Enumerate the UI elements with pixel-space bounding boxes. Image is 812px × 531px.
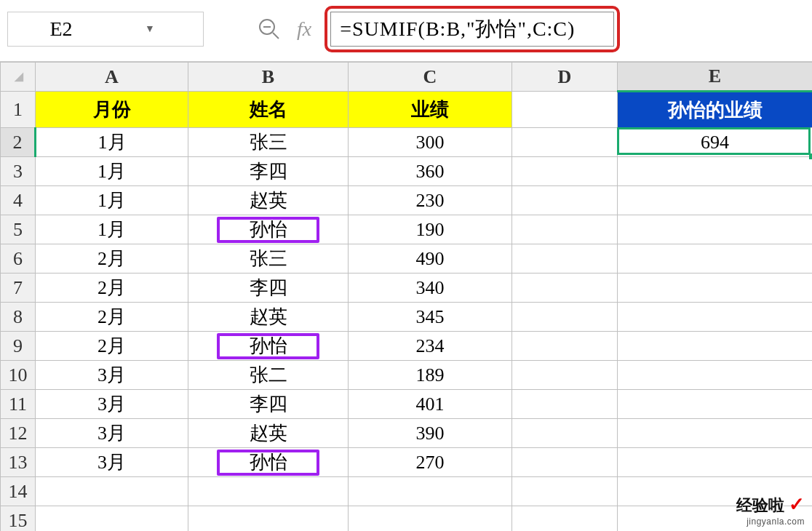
row-header-10[interactable]: 10	[1, 361, 36, 390]
cell-A8[interactable]: 2月	[36, 303, 188, 332]
cell-C7[interactable]: 340	[349, 274, 512, 303]
cell-C3[interactable]: 360	[349, 157, 512, 186]
cell-C2[interactable]: 300	[349, 128, 512, 157]
cell-B5[interactable]: 孙怡	[188, 215, 349, 244]
cell-A14[interactable]	[36, 477, 188, 506]
cell-D9[interactable]	[512, 332, 618, 361]
cell-A2[interactable]: 1月	[36, 128, 188, 157]
cell-A5[interactable]: 1月	[36, 215, 188, 244]
row-header-8[interactable]: 8	[1, 303, 36, 332]
cell-A15[interactable]	[36, 506, 188, 532]
cell-C10[interactable]: 189	[349, 361, 512, 390]
cell-C11[interactable]: 401	[349, 390, 512, 419]
row-header-12[interactable]: 12	[1, 419, 36, 448]
cell-D7[interactable]	[512, 274, 618, 303]
header-sunyi-score[interactable]: 孙怡的业绩	[618, 92, 813, 128]
row-header-11[interactable]: 11	[1, 390, 36, 419]
cell-B2[interactable]: 张三	[188, 128, 349, 157]
cell-D12[interactable]	[512, 419, 618, 448]
header-score[interactable]: 业绩	[349, 92, 512, 128]
header-name[interactable]: 姓名	[188, 92, 349, 128]
cell-C12[interactable]: 390	[349, 419, 512, 448]
cell-C14[interactable]	[349, 477, 512, 506]
cell-D5[interactable]	[512, 215, 618, 244]
column-header-E[interactable]: E	[618, 63, 813, 92]
cell-D6[interactable]	[512, 244, 618, 274]
formula-input[interactable]: =SUMIF(B:B,"孙怡",C:C)	[330, 12, 614, 47]
cell-E5[interactable]	[618, 215, 813, 244]
cell-B14[interactable]	[188, 477, 349, 506]
cell-B11[interactable]: 李四	[188, 390, 349, 419]
fill-handle[interactable]	[809, 153, 813, 159]
fx-label[interactable]: fx	[297, 17, 311, 41]
cell-D4[interactable]	[512, 186, 618, 215]
cell-B13[interactable]: 孙怡	[188, 448, 349, 477]
column-header-D[interactable]: D	[512, 63, 618, 92]
cell-E8[interactable]	[618, 303, 813, 332]
cell-C13[interactable]: 270	[349, 448, 512, 477]
row-header-15[interactable]: 15	[1, 506, 36, 532]
cell-D15[interactable]	[512, 506, 618, 532]
cell-B10[interactable]: 张二	[188, 361, 349, 390]
cell-A3[interactable]: 1月	[36, 157, 188, 186]
row-header-7[interactable]: 7	[1, 274, 36, 303]
cell-A12[interactable]: 3月	[36, 419, 188, 448]
header-month[interactable]: 月份	[36, 92, 188, 128]
row-header-1[interactable]: 1	[1, 92, 36, 128]
cell-E10[interactable]	[618, 361, 813, 390]
cell-E4[interactable]	[618, 186, 813, 215]
cell-C5[interactable]: 190	[349, 215, 512, 244]
cell-A9[interactable]: 2月	[36, 332, 188, 361]
cell-B3[interactable]: 李四	[188, 157, 349, 186]
cell-E12[interactable]	[618, 419, 813, 448]
row-header-3[interactable]: 3	[1, 157, 36, 186]
cell-A7[interactable]: 2月	[36, 274, 188, 303]
cell-A6[interactable]: 2月	[36, 244, 188, 274]
cell-D1[interactable]	[512, 92, 618, 128]
cell-B15[interactable]	[188, 506, 349, 532]
dropdown-arrow-icon[interactable]: ▼	[106, 23, 194, 35]
cell-E9[interactable]	[618, 332, 813, 361]
row-header-13[interactable]: 13	[1, 448, 36, 477]
cell-B8[interactable]: 赵英	[188, 303, 349, 332]
row-header-2[interactable]: 2	[1, 128, 36, 157]
cell-D13[interactable]	[512, 448, 618, 477]
name-box[interactable]: E2 ▼	[7, 12, 204, 47]
cell-E11[interactable]	[618, 390, 813, 419]
cell-A11[interactable]: 3月	[36, 390, 188, 419]
cell-C9[interactable]: 234	[349, 332, 512, 361]
cell-A13[interactable]: 3月	[36, 448, 188, 477]
cell-C6[interactable]: 490	[349, 244, 512, 274]
cell-B4[interactable]: 赵英	[188, 186, 349, 215]
cell-B9[interactable]: 孙怡	[188, 332, 349, 361]
cell-E6[interactable]	[618, 244, 813, 274]
cell-D2[interactable]	[512, 128, 618, 157]
cell-D14[interactable]	[512, 477, 618, 506]
select-all-corner[interactable]	[1, 63, 36, 92]
column-header-B[interactable]: B	[188, 63, 349, 92]
cell-C8[interactable]: 345	[349, 303, 512, 332]
cell-B7[interactable]: 李四	[188, 274, 349, 303]
row-header-6[interactable]: 6	[1, 244, 36, 274]
cell-E13[interactable]	[618, 448, 813, 477]
row-header-9[interactable]: 9	[1, 332, 36, 361]
cell-B6[interactable]: 张三	[188, 244, 349, 274]
column-header-A[interactable]: A	[36, 63, 188, 92]
cell-E7[interactable]	[618, 274, 813, 303]
cell-D3[interactable]	[512, 157, 618, 186]
row-header-14[interactable]: 14	[1, 477, 36, 506]
cell-D8[interactable]	[512, 303, 618, 332]
cell-C4[interactable]: 230	[349, 186, 512, 215]
cell-A4[interactable]: 1月	[36, 186, 188, 215]
cell-D11[interactable]	[512, 390, 618, 419]
cell-E2[interactable]: 694	[618, 128, 813, 157]
cell-A10[interactable]: 3月	[36, 361, 188, 390]
zoom-out-icon[interactable]	[255, 15, 284, 44]
cell-D10[interactable]	[512, 361, 618, 390]
cell-C15[interactable]	[349, 506, 512, 532]
row-header-4[interactable]: 4	[1, 186, 36, 215]
column-header-C[interactable]: C	[349, 63, 512, 92]
cell-E3[interactable]	[618, 157, 813, 186]
row-header-5[interactable]: 5	[1, 215, 36, 244]
cell-B12[interactable]: 赵英	[188, 419, 349, 448]
